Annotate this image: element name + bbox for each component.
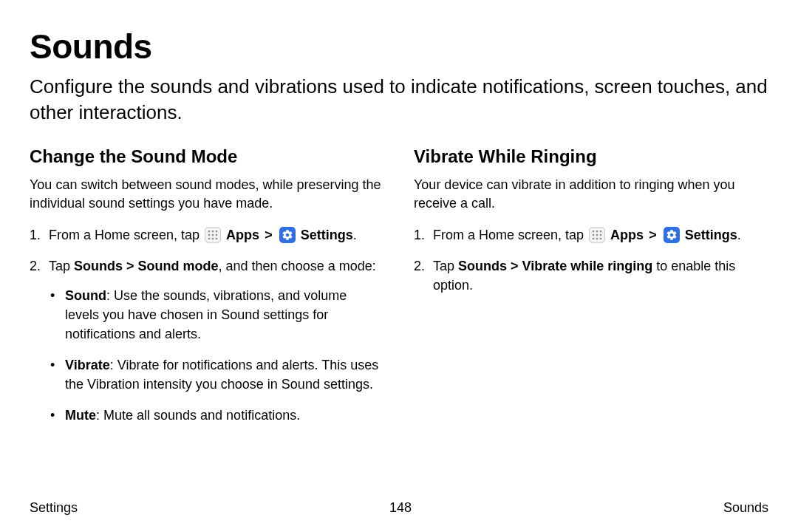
settings-gear-icon — [279, 227, 296, 243]
steps-sound-mode: From a Home screen, tap Apps > Settings.… — [30, 225, 384, 426]
step-text: Tap — [49, 259, 74, 273]
svg-point-1 — [212, 231, 214, 233]
bullet-text: : Use the sounds, vibrations, and volume… — [65, 288, 347, 341]
settings-gear-icon — [664, 227, 680, 243]
svg-point-10 — [596, 231, 598, 233]
step-1: From a Home screen, tap Apps > Settings. — [30, 225, 384, 245]
svg-point-7 — [212, 238, 214, 240]
apps-label: Apps — [610, 228, 644, 242]
svg-point-3 — [208, 234, 211, 236]
step-end: . — [737, 228, 741, 242]
svg-point-8 — [216, 238, 218, 240]
settings-label: Settings — [685, 228, 737, 242]
svg-point-11 — [600, 231, 602, 233]
steps-vibrate: From a Home screen, tap Apps > Settings.… — [414, 225, 768, 295]
svg-point-9 — [593, 231, 595, 233]
step-2: Tap Sounds > Vibrate while ringing to en… — [414, 256, 768, 295]
section-desc-vibrate: Your device can vibrate in addition to r… — [414, 176, 768, 213]
step-text: Tap — [433, 259, 458, 273]
svg-point-17 — [600, 238, 602, 240]
section-heading-vibrate: Vibrate While Ringing — [414, 146, 768, 167]
step-bold: Sounds > Vibrate while ringing — [458, 259, 652, 273]
svg-point-4 — [212, 234, 214, 236]
footer-page-number: 148 — [389, 500, 412, 516]
section-heading-sound-mode: Change the Sound Mode — [30, 146, 384, 167]
svg-point-16 — [596, 238, 598, 240]
step-text: From a Home screen, tap — [433, 228, 584, 242]
bullet-bold: Vibrate — [65, 358, 110, 372]
page-title: Sounds — [30, 27, 768, 66]
bullet-bold: Mute — [65, 408, 96, 423]
right-column: Vibrate While Ringing Your device can vi… — [414, 146, 768, 437]
svg-point-14 — [600, 234, 602, 236]
apps-label: Apps — [226, 228, 259, 242]
step-text: From a Home screen, tap — [49, 228, 200, 242]
chevron-icon: > — [263, 228, 274, 242]
step-end: . — [353, 228, 357, 242]
apps-icon — [205, 227, 221, 243]
left-column: Change the Sound Mode You can switch bet… — [30, 146, 384, 437]
settings-label: Settings — [301, 228, 353, 242]
bullet-vibrate: Vibrate: Vibrate for notifications and a… — [49, 355, 384, 394]
svg-point-12 — [593, 234, 595, 236]
bullet-text: : Vibrate for notifications and alerts. … — [65, 358, 378, 392]
step-1: From a Home screen, tap Apps > Settings. — [414, 225, 768, 245]
section-desc-sound-mode: You can switch between sound modes, whil… — [30, 176, 384, 213]
svg-point-6 — [208, 238, 211, 240]
content-columns: Change the Sound Mode You can switch bet… — [30, 146, 768, 437]
footer-right: Sounds — [723, 500, 768, 516]
svg-point-5 — [216, 234, 218, 236]
bullet-mute: Mute: Mute all sounds and notifications. — [49, 406, 384, 425]
svg-point-2 — [216, 231, 218, 233]
bullet-bold: Sound — [65, 288, 106, 303]
mode-bullets: Sound: Use the sounds, vibrations, and v… — [49, 286, 384, 426]
page-intro: Configure the sounds and vibrations used… — [30, 74, 768, 126]
chevron-icon: > — [647, 228, 658, 242]
svg-point-0 — [208, 231, 211, 233]
svg-point-13 — [596, 234, 598, 236]
bullet-sound: Sound: Use the sounds, vibrations, and v… — [49, 286, 384, 344]
apps-icon — [589, 227, 605, 243]
page-footer: Settings 148 Sounds — [30, 500, 768, 516]
bullet-text: : Mute all sounds and notifications. — [96, 408, 300, 423]
footer-left: Settings — [30, 500, 78, 516]
svg-point-15 — [593, 238, 595, 240]
step-2: Tap Sounds > Sound mode, and then choose… — [30, 256, 384, 426]
step-bold: Sounds > Sound mode — [74, 259, 219, 273]
step-post: , and then choose a mode: — [219, 259, 376, 273]
